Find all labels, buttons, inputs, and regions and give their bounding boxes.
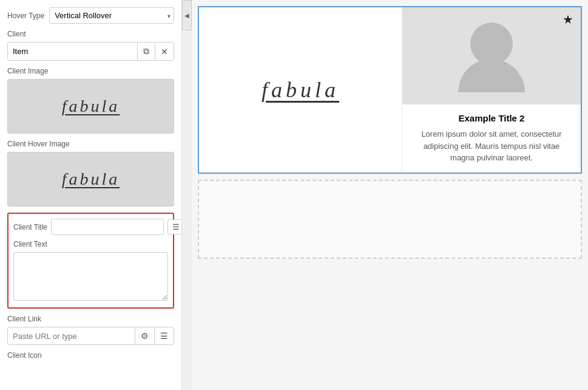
star-icon: ★ <box>563 12 573 27</box>
client-link-label: Client Link <box>7 315 174 323</box>
hover-type-row: Hover Type Vertical Rollover Horizontal … <box>7 7 174 24</box>
client-title-input[interactable] <box>51 219 164 235</box>
client-link-gear-button[interactable]: ⚙ <box>135 327 154 344</box>
client-text-label: Client Text <box>13 240 168 248</box>
collapse-icon: ◀ <box>184 12 189 19</box>
client-image-label: Client Image <box>7 67 174 75</box>
card-left-column: fabula <box>199 7 402 173</box>
hover-type-label: Hover Type <box>7 12 44 20</box>
client-section-label: Client <box>7 30 174 38</box>
client-hover-image-preview: fabula <box>7 152 174 207</box>
client-link-row: ⚙ ☰ <box>7 327 174 345</box>
dashed-placeholder-card <box>198 180 582 259</box>
left-panel: Hover Type Vertical Rollover Horizontal … <box>0 0 182 390</box>
client-image-preview: fabula <box>7 79 174 134</box>
client-icon-label: Client Icon <box>7 351 174 360</box>
client-link-input[interactable] <box>8 328 135 344</box>
card-info: Example Title 2 Lorem ipsum dolor sit am… <box>402 104 581 173</box>
client-item-input[interactable] <box>8 43 137 60</box>
highlighted-section: Client Title ☰ Client Text <box>7 213 174 309</box>
client-item-row: ⧉ ✕ <box>7 42 174 61</box>
card-right-column: ★ Example Title 2 Lorem ipsum dolor sit … <box>402 7 581 173</box>
avatar-body <box>458 59 525 92</box>
client-title-list-button[interactable]: ☰ <box>167 219 182 234</box>
card-avatar <box>402 7 581 104</box>
card-top: fabula ★ Example Title 2 Lorem ipsum dol… <box>198 6 582 174</box>
hover-type-select-wrapper: Vertical Rollover Horizontal Rollover Fa… <box>49 7 174 24</box>
copy-button[interactable]: ⧉ <box>137 43 155 60</box>
client-title-label: Client Title <box>13 223 47 231</box>
avatar-container <box>452 19 531 92</box>
client-text-textarea[interactable] <box>13 252 168 301</box>
hover-type-select[interactable]: Vertical Rollover Horizontal Rollover Fa… <box>49 7 174 24</box>
client-link-list-button[interactable]: ☰ <box>154 327 174 344</box>
collapse-button[interactable]: ◀ <box>182 0 192 30</box>
card-fabula-text: fabula <box>262 77 339 103</box>
client-title-field: Client Title ☰ <box>13 219 168 235</box>
card-title: Example Title 2 <box>412 113 571 123</box>
clear-button[interactable]: ✕ <box>155 43 174 60</box>
right-panel: fabula ★ Example Title 2 Lorem ipsum dol… <box>192 0 588 390</box>
client-hover-image-label: Client Hover Image <box>7 140 174 148</box>
client-image-fabula: fabula <box>62 97 120 116</box>
card-text: Lorem ipsum dolor sit amet, consectetur … <box>412 128 571 164</box>
client-hover-image-fabula: fabula <box>62 169 120 189</box>
